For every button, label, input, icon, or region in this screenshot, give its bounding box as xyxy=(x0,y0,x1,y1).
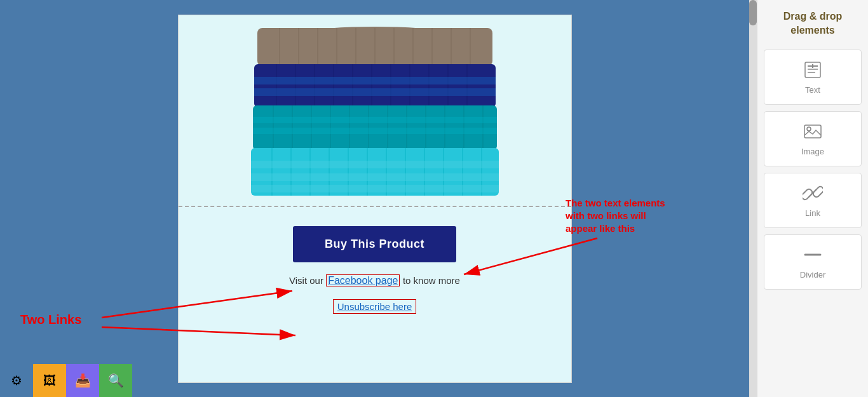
sidebar-item-link[interactable]: Link xyxy=(764,173,862,228)
sidebar-item-text-label: Text xyxy=(805,85,820,95)
facebook-link[interactable]: Facebook page xyxy=(326,274,400,286)
content-section: Buy This Product Visit our Facebook page… xyxy=(179,206,571,382)
visit-text-before: Visit our xyxy=(289,275,326,286)
towels-image xyxy=(241,18,508,203)
toolbar-image-button[interactable]: 🖼 xyxy=(33,364,66,397)
sidebar-item-image[interactable]: Image xyxy=(764,111,862,166)
svg-rect-27 xyxy=(254,88,496,96)
svg-rect-14 xyxy=(254,64,496,107)
svg-rect-58 xyxy=(251,185,499,192)
canvas-container: Buy This Product Visit our Facebook page… xyxy=(178,15,572,383)
sidebar-item-text[interactable]: Text xyxy=(764,50,862,105)
appear-annotation: The two text elements xyxy=(566,198,665,208)
visit-text-after: to know more xyxy=(403,275,460,286)
toolbar-archive-button[interactable]: 📥 xyxy=(66,364,99,397)
toolbar-search-button[interactable]: 🔍 xyxy=(99,364,132,397)
unsubscribe-link[interactable]: Unsubscribe here xyxy=(333,299,417,314)
link-icon xyxy=(803,183,823,203)
sidebar-item-image-label: Image xyxy=(801,147,824,156)
scrollbar[interactable] xyxy=(749,0,757,397)
two-links-annotation: Two Links xyxy=(20,313,81,326)
sidebar-item-divider[interactable]: Divider xyxy=(764,234,862,290)
bottom-toolbar: ⚙ 🖼 📥 🔍 xyxy=(0,364,132,397)
main-canvas-area: Buy This Product Visit our Facebook page… xyxy=(0,0,749,397)
visit-text-line: Visit our Facebook page to know more xyxy=(289,275,460,286)
sidebar-item-link-label: Link xyxy=(805,208,820,218)
sidebar-title: Drag & drop elements xyxy=(764,10,862,38)
svg-text:appear like this: appear like this xyxy=(566,223,635,234)
svg-point-68 xyxy=(807,127,811,131)
divider-icon xyxy=(803,245,823,265)
buy-button[interactable]: Buy This Product xyxy=(293,226,456,262)
svg-rect-56 xyxy=(251,161,499,168)
svg-rect-26 xyxy=(254,77,496,84)
svg-rect-57 xyxy=(251,173,499,181)
text-icon xyxy=(803,60,823,80)
towels-image-section xyxy=(179,15,571,206)
toolbar-settings-button[interactable]: ⚙ xyxy=(0,364,33,397)
sidebar-item-divider-label: Divider xyxy=(800,270,825,279)
scrollbar-thumb[interactable] xyxy=(749,0,757,25)
image-icon xyxy=(803,121,823,142)
svg-rect-41 xyxy=(253,117,497,123)
svg-rect-67 xyxy=(804,125,821,138)
svg-rect-42 xyxy=(253,128,497,134)
sidebar: Drag & drop elements Text Image Link xyxy=(757,0,868,397)
svg-line-69 xyxy=(810,190,816,196)
svg-text:with two links will: with two links will xyxy=(565,210,646,221)
